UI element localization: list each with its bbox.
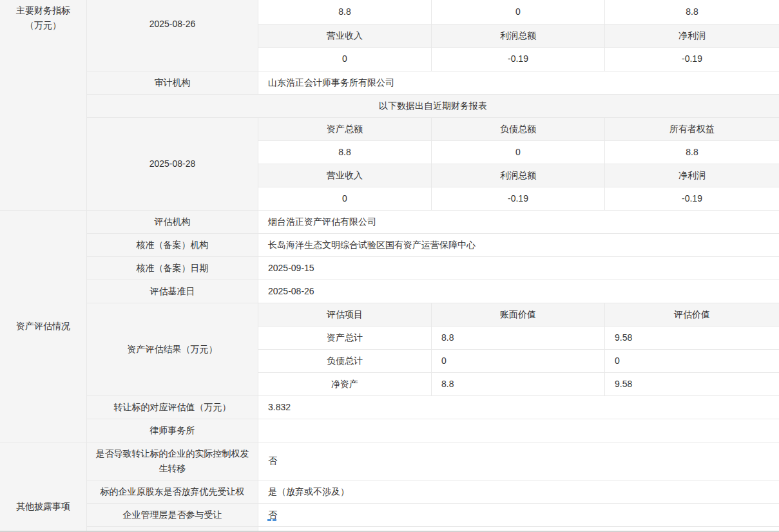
result-row-assessed: 0 bbox=[604, 349, 779, 372]
disclosure-table-page: 主要财务指标 （万元） 资产评估情况 其他披露事项 2025-08-26 8.8… bbox=[0, 0, 779, 532]
category-financial-line2: （万元） bbox=[25, 18, 61, 33]
preemptive-right-label: 标的企业原股东是否放弃优先受让权 bbox=[86, 480, 258, 503]
law-firm-value bbox=[258, 419, 779, 442]
fin2-netprofit-header: 净利润 bbox=[604, 164, 779, 187]
clipped-text-fragment bbox=[273, 519, 276, 521]
fin1-netprofit-header: 净利润 bbox=[604, 24, 779, 47]
fin2-liabilities-value: 0 bbox=[431, 140, 604, 164]
fin2-netprofit-value: -0.19 bbox=[604, 187, 779, 210]
result-row-book: 8.8 bbox=[431, 326, 604, 349]
management-participation-value: 否 bbox=[258, 503, 779, 526]
base-date-label: 评估基准日 bbox=[86, 280, 258, 303]
category-financial-line1: 主要财务指标 bbox=[16, 3, 70, 18]
fin1-profit-header: 利润总额 bbox=[431, 24, 604, 47]
category-other-disclosures: 其他披露事项 bbox=[0, 442, 86, 532]
fin1-profit-value: -0.19 bbox=[431, 47, 604, 71]
result-row-book: 0 bbox=[431, 349, 604, 372]
audit-agency-value: 山东浩正会计师事务所有限公司 bbox=[258, 71, 779, 94]
audit-agency-label: 审计机构 bbox=[86, 71, 258, 94]
fin2-assets-value: 8.8 bbox=[258, 140, 431, 164]
transfer-value: 3.832 bbox=[258, 395, 779, 419]
fin1-assets-value: 8.8 bbox=[258, 0, 431, 24]
category-financial-indicators: 主要财务指标 （万元） bbox=[0, 0, 86, 210]
result-book-header: 账面价值 bbox=[431, 303, 604, 326]
management-participation-label: 企业管理层是否参与受让 bbox=[86, 503, 258, 526]
fin2-profit-header: 利润总额 bbox=[431, 164, 604, 187]
fin2-revenue-value: 0 bbox=[258, 187, 431, 210]
clipped-text-fragment bbox=[267, 519, 271, 521]
control-transfer-label: 是否导致转让标的企业的实际控制权发生转移 bbox=[86, 442, 258, 480]
fin2-liabilities-header: 负债总额 bbox=[431, 117, 604, 140]
recent-report-notice: 以下数据出自近期财务报表 bbox=[86, 94, 779, 117]
fin2-equity-value: 8.8 bbox=[604, 140, 779, 164]
result-row-item: 资产总计 bbox=[258, 326, 431, 349]
valuation-agency-value: 烟台浩正资产评估有限公司 bbox=[258, 210, 779, 233]
result-row-item: 负债总计 bbox=[258, 349, 431, 372]
approval-date-value: 2025-09-15 bbox=[258, 256, 779, 280]
fin1-liabilities-value: 0 bbox=[431, 0, 604, 24]
result-assessed-header: 评估价值 bbox=[604, 303, 779, 326]
valuation-result-label: 资产评估结果（万元） bbox=[86, 303, 258, 395]
result-row-book: 8.8 bbox=[431, 372, 604, 395]
fin2-profit-value: -0.19 bbox=[431, 187, 604, 210]
report-date-label: 2025-08-26 bbox=[149, 17, 196, 32]
result-row-assessed: 9.58 bbox=[604, 326, 779, 349]
approval-org-value: 长岛海洋生态文明综合试验区国有资产运营保障中心 bbox=[258, 233, 779, 256]
approval-org-label: 核准（备案）机构 bbox=[86, 233, 258, 256]
valuation-agency-label: 评估机构 bbox=[86, 210, 258, 233]
report-date-2025-08-28: 2025-08-28 bbox=[86, 117, 258, 210]
base-date-value: 2025-08-26 bbox=[258, 280, 779, 303]
fin2-equity-header: 所有者权益 bbox=[604, 117, 779, 140]
approval-date-label: 核准（备案）日期 bbox=[86, 256, 258, 280]
fin2-revenue-header: 营业收入 bbox=[258, 164, 431, 187]
disclosure-table: 主要财务指标 （万元） 资产评估情况 其他披露事项 2025-08-26 8.8… bbox=[0, 0, 779, 532]
result-row-assessed: 9.58 bbox=[604, 372, 779, 395]
fin1-equity-value: 8.8 bbox=[604, 0, 779, 24]
category-asset-valuation: 资产评估情况 bbox=[0, 210, 86, 442]
fin2-assets-header: 资产总额 bbox=[258, 117, 431, 140]
transfer-value-label: 转让标的对应评估值（万元） bbox=[86, 395, 258, 419]
fin1-netprofit-value: -0.19 bbox=[604, 47, 779, 71]
law-firm-label: 律师事务所 bbox=[86, 419, 258, 442]
report-date-2025-08-26: 2025-08-26 bbox=[86, 0, 258, 71]
fin1-revenue-value: 0 bbox=[258, 47, 431, 71]
fin1-revenue-header: 营业收入 bbox=[258, 24, 431, 47]
preemptive-right-value: 是（放弃或不涉及） bbox=[258, 480, 779, 503]
control-transfer-value: 否 bbox=[258, 442, 779, 480]
result-row-item: 净资产 bbox=[258, 372, 431, 395]
result-item-header: 评估项目 bbox=[258, 303, 431, 326]
